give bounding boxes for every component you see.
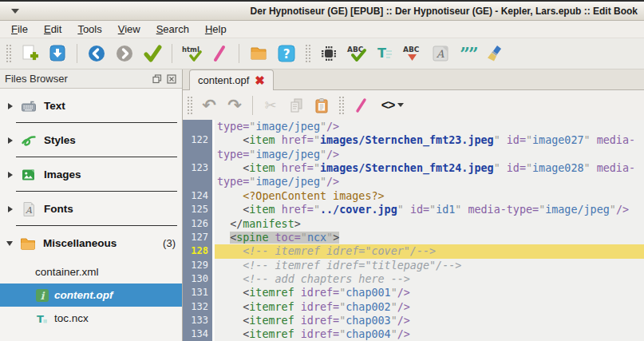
file-name: container.xml <box>35 266 99 278</box>
code-editor[interactable]: type="image/jpeg"/>122 <item href="image… <box>183 120 644 341</box>
line-number: 133 <box>183 314 215 327</box>
svg-text:ABC: ABC <box>403 46 420 54</box>
line-number: 132 <box>183 300 215 314</box>
insert-tag-button[interactable]: <> <box>375 94 410 117</box>
code-line-133: 133 <itemref idref="chap003"/> <box>183 314 644 327</box>
chevron-down-icon <box>397 103 404 107</box>
code-text: <item href="images/Sternchen_fmt24.jpeg"… <box>215 161 644 175</box>
spellcheck-button[interactable]: ABC <box>345 42 369 65</box>
tab-close-icon[interactable]: ✖ <box>255 75 265 86</box>
keyboard-icon <box>21 98 37 114</box>
toolbar-separator <box>172 44 172 63</box>
toolbar-handle[interactable] <box>338 96 344 115</box>
forward-icon <box>115 44 134 63</box>
word-count-button[interactable]: ABC <box>401 42 425 65</box>
paste-button[interactable] <box>310 94 333 117</box>
insert-title-button[interactable]: T <box>373 42 397 65</box>
folder-drawer-button[interactable] <box>247 42 271 65</box>
main-toolbar: html ? <box>0 38 644 69</box>
beautify-current-button[interactable] <box>350 94 372 117</box>
code-line-128: 128 <!-- itemref idref="cover"/--> <box>183 244 644 258</box>
remove-unused-button[interactable] <box>484 42 508 65</box>
sidebar-category-miscellaneous[interactable]: Miscellaneous(3) <box>0 226 182 260</box>
paste-icon <box>314 97 330 113</box>
save-icon <box>48 44 67 63</box>
panel-float-button[interactable] <box>152 73 163 85</box>
menu-edit[interactable]: Edit <box>36 22 69 37</box>
category-label: Text <box>44 100 65 112</box>
info-icon: i <box>35 288 49 303</box>
file-item-toc-ncx[interactable]: Ttoc.ncx <box>0 307 182 330</box>
toc-icon: T <box>35 311 49 326</box>
copy-icon <box>288 97 304 113</box>
new-file-button[interactable] <box>18 42 41 65</box>
titlebar: Der Hypnotiseur (GE) [EPUB] :: Der Hypno… <box>0 2 644 21</box>
fix-html-button[interactable]: html <box>180 42 203 65</box>
editor-toolbar: ↶ ↷ ✂ <box>183 90 644 120</box>
chevron-right-icon <box>8 172 13 178</box>
line-number: 128 <box>183 244 215 258</box>
category-label: Images <box>44 169 81 180</box>
code-text: <itemref idref="chap001"/> <box>215 286 644 299</box>
copy-button[interactable] <box>285 94 307 117</box>
menu-file[interactable]: File <box>3 22 36 37</box>
line-number: 129 <box>183 259 215 272</box>
menu-view[interactable]: View <box>110 22 148 37</box>
manage-fonts-icon: A <box>431 44 450 63</box>
code-text: <itemref idref="chap002"/> <box>215 300 644 314</box>
category-label: Fonts <box>44 203 73 215</box>
code-line-127: 127 <spine toc="ncx"> <box>183 231 644 244</box>
sidebar-category-text[interactable]: Text <box>0 89 182 123</box>
plugin-button[interactable] <box>317 42 341 65</box>
manage-fonts-button[interactable]: A <box>429 42 452 65</box>
line-number <box>183 175 215 188</box>
beautify-button[interactable] <box>207 42 231 65</box>
back-button[interactable] <box>85 42 109 65</box>
code-text: <itemref idref="chap004"/> <box>215 327 644 341</box>
redo-button[interactable]: ↷ <box>223 94 246 117</box>
line-number: 122 <box>183 133 215 147</box>
smarten-punctuation-icon: ”” <box>460 50 476 57</box>
sidebar-category-styles[interactable]: Styles <box>0 123 182 157</box>
code-line-wrap: type="image/jpeg"/> <box>183 175 644 188</box>
svg-text:A: A <box>25 204 33 215</box>
sidebar-category-images[interactable]: Images <box>0 157 182 192</box>
spellcheck-icon: ABC <box>346 44 367 63</box>
toolbar-handle[interactable] <box>187 96 192 115</box>
undo-button[interactable]: ↶ <box>198 94 220 117</box>
cut-button[interactable]: ✂ <box>259 94 282 117</box>
line-number: 126 <box>183 217 215 231</box>
menu-tools[interactable]: Tools <box>69 22 109 37</box>
tab-label: content.opf <box>198 74 249 86</box>
files-browser-header: Files Browser <box>0 69 182 89</box>
insert-title-icon: T <box>375 44 394 63</box>
sidebar-category-fonts[interactable]: AFonts <box>0 192 182 226</box>
menu-help[interactable]: Help <box>197 22 235 37</box>
window-title: Der Hypnotiseur (GE) [EPUB] :: Der Hypno… <box>251 6 638 17</box>
broom-icon <box>487 44 506 63</box>
tab-content-opf[interactable]: content.opf ✖ <box>189 69 274 90</box>
toolbar-handle[interactable] <box>305 44 310 63</box>
file-item-container-xml[interactable]: container.xml <box>0 260 182 284</box>
window-menu-icon[interactable] <box>11 9 19 14</box>
smarten-punctuation-button[interactable]: ”” <box>456 42 480 65</box>
check-book-button[interactable] <box>140 42 164 65</box>
help-button[interactable]: ? <box>275 42 298 65</box>
new-file-icon <box>20 44 39 63</box>
line-number <box>183 120 215 133</box>
panel-close-button[interactable] <box>166 73 177 85</box>
menu-bar: FileEditToolsViewSearchHelp <box>0 21 644 38</box>
code-line-123: 123 <item href="images/Sternchen_fmt24.j… <box>183 161 644 175</box>
code-tag-icon: <> <box>381 98 395 113</box>
text-selection: <spine toc="ncx"> <box>230 232 339 244</box>
menu-search[interactable]: Search <box>148 22 197 37</box>
code-text: <item href="images/Sternchen_fmt23.jpeg"… <box>215 133 644 147</box>
file-item-content-opf[interactable]: icontent.opf <box>0 284 182 307</box>
file-tree: TextStylesImagesAFontsMiscellaneous(3)co… <box>0 89 182 341</box>
save-button[interactable] <box>45 42 69 65</box>
fix-html-icon: html <box>181 44 202 63</box>
forward-button[interactable] <box>113 42 136 65</box>
beautify-pen-icon <box>353 97 369 113</box>
toolbar-handle[interactable] <box>6 44 11 63</box>
undo-icon: ↶ <box>202 96 216 115</box>
